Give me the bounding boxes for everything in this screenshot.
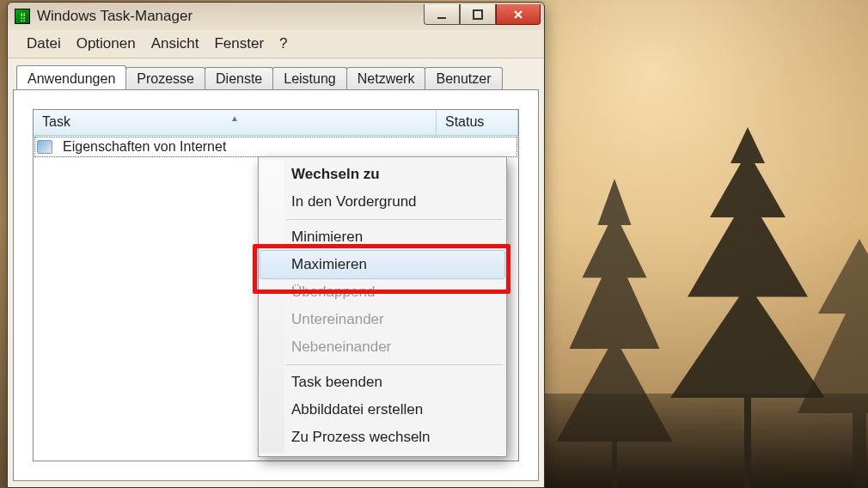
tab-benutzer[interactable]: Benutzer <box>425 67 502 89</box>
menu-help[interactable]: ? <box>272 34 294 54</box>
tab-prozesse[interactable]: Prozesse <box>125 67 205 89</box>
table-row[interactable]: Eigenschaften von Internet <box>34 136 518 158</box>
title-bar[interactable]: ⣿ Windows Task-Manager <box>8 3 544 30</box>
close-button[interactable] <box>496 4 541 25</box>
context-menu-separator <box>286 364 503 365</box>
app-icon: ⣿ <box>15 9 30 24</box>
menu-optionen[interactable]: Optionen <box>70 34 143 54</box>
menu-ansicht[interactable]: Ansicht <box>144 34 206 54</box>
maximize-button[interactable] <box>460 4 496 25</box>
tab-anwendungen[interactable]: Anwendungen <box>16 65 126 89</box>
task-app-icon <box>37 140 52 154</box>
column-task-label: Task <box>42 114 70 129</box>
column-status-label: Status <box>445 114 484 129</box>
tab-netzwerk[interactable]: Netzwerk <box>346 67 426 89</box>
menu-fenster[interactable]: Fenster <box>207 34 271 54</box>
context-menu: Wechseln zuIn den VordergrundMinimierenM… <box>258 156 507 457</box>
tab-leistung[interactable]: Leistung <box>272 67 347 89</box>
context-menu-separator <box>286 219 503 220</box>
tab-dienste[interactable]: Dienste <box>205 67 273 89</box>
context-menu-item: Überlappend <box>260 278 504 306</box>
list-body: Eigenschaften von Internet <box>34 136 518 158</box>
context-menu-item[interactable]: Minimieren <box>260 223 504 251</box>
tab-strip: Anwendungen Prozesse Dienste Leistung Ne… <box>13 64 539 89</box>
tree-silhouette <box>550 179 679 488</box>
svg-rect-0 <box>437 17 446 19</box>
context-menu-item[interactable]: Zu Prozess wechseln <box>260 424 504 451</box>
svg-rect-1 <box>474 10 482 19</box>
column-status[interactable]: Status <box>437 110 518 135</box>
menu-bar: Datei Optionen Ansicht Fenster ? <box>8 30 544 58</box>
context-menu-item[interactable]: In den Vordergrund <box>260 188 504 216</box>
column-task[interactable]: Task ▲ <box>34 110 437 135</box>
context-menu-item[interactable]: Task beenden <box>260 369 504 396</box>
desktop-background: ⣿ Windows Task-Manager Datei Optionen An… <box>0 0 868 488</box>
window-title: Windows Task-Manager <box>37 8 424 25</box>
context-menu-item: Nebeneinander <box>260 333 504 361</box>
context-menu-item[interactable]: Abbilddatei erstellen <box>260 396 504 424</box>
menu-datei[interactable]: Datei <box>20 34 68 54</box>
task-label: Eigenschaften von Internet <box>56 139 233 155</box>
context-menu-item[interactable]: Wechseln zu <box>260 161 504 188</box>
window-buttons <box>424 8 541 25</box>
sort-indicator-icon: ▲ <box>230 113 239 123</box>
list-header: Task ▲ Status <box>34 110 518 136</box>
minimize-button[interactable] <box>424 4 460 25</box>
context-menu-item: Untereinander <box>260 306 504 333</box>
context-menu-item[interactable]: Maximieren <box>260 250 505 279</box>
